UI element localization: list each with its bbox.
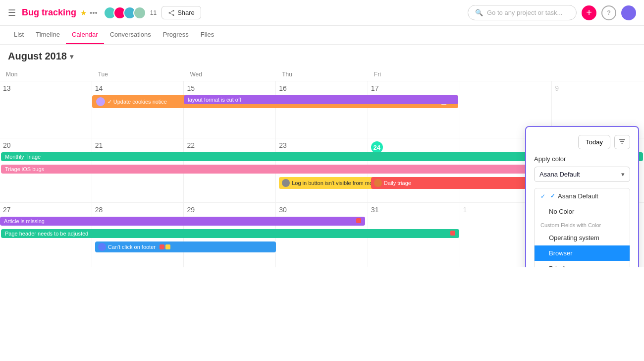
dropdown-arrow-icon: ▾ [621, 171, 625, 178]
day-number: 14 [95, 84, 181, 92]
option-label: Operating system [549, 234, 599, 241]
month-year-label: August 2018 [8, 51, 67, 62]
day-header-tue: Tue [92, 68, 184, 81]
help-button[interactable]: ? [601, 5, 616, 20]
event-label: ✓ Update cookies notice [107, 99, 167, 105]
month-title[interactable]: August 2018 ▾ [8, 51, 73, 62]
event-cant-click-footer[interactable]: Can't click on footer [95, 241, 276, 252]
event-label: Can't click on footer [108, 244, 156, 250]
day-header-mon: Mon [0, 68, 92, 81]
event-label: Log in button isn't visible from mobile [292, 180, 381, 186]
search-placeholder: Go to any project or task... [487, 9, 562, 16]
today-button[interactable]: Today [578, 135, 610, 149]
hamburger-icon[interactable]: ☰ [8, 7, 16, 18]
tab-conversations[interactable]: Conversations [104, 26, 157, 44]
dropdown-item-asana-default[interactable]: ✓ Asana Default [535, 188, 630, 204]
event-page-header[interactable]: Page header needs to be adjusted [1, 229, 459, 238]
svg-rect-5 [619, 139, 625, 140]
day-header-sun [552, 68, 644, 81]
share-button[interactable]: Share [161, 6, 201, 19]
share-icon [168, 9, 175, 16]
day-number: 30 [279, 206, 365, 214]
dropdown-item-browser[interactable]: Browser [535, 245, 630, 261]
color-dropdown-list: ✓ Asana Default No Color Custom Fields w… [534, 188, 630, 267]
more-icon[interactable]: ••• [90, 8, 98, 17]
chevron-down-icon: ▾ [70, 53, 73, 60]
day-headers: Mon Tue Wed Thu Fri [0, 68, 644, 81]
day-number: 21 [95, 141, 181, 149]
add-button[interactable]: + [582, 5, 596, 20]
day-number: 29 [187, 206, 272, 214]
check-icon: ✓ [550, 193, 555, 199]
day-number: 28 [95, 206, 181, 214]
day-number: 13 [3, 84, 89, 92]
event-triage-ios[interactable]: Triage iOS bugs [1, 165, 551, 174]
svg-line-4 [169, 13, 173, 15]
tab-list[interactable]: List [8, 26, 30, 44]
svg-line-3 [169, 10, 173, 13]
avatar [133, 6, 146, 19]
day-header-wed: Wed [184, 68, 276, 81]
tab-calendar[interactable]: Calendar [66, 26, 104, 44]
option-label: Asana Default [558, 192, 598, 200]
option-label: No Color [549, 208, 574, 215]
star-icon[interactable]: ★ [80, 8, 87, 17]
svg-rect-6 [620, 141, 624, 142]
app-header: ☰ Bug tracking ★ ••• 11 Share 🔍 Go to an… [0, 0, 644, 26]
panel-top-bar: Today [534, 135, 630, 149]
day-number: 20 [3, 141, 89, 149]
nav-tabs: List Timeline Calendar Conversations Pro… [0, 26, 644, 45]
filter-button[interactable] [614, 135, 630, 149]
day-number: 9 [555, 84, 641, 92]
option-label: Browser [549, 249, 573, 257]
tab-files[interactable]: Files [195, 26, 220, 44]
day-number: 15 [187, 84, 272, 92]
event-label: Daily triage [384, 180, 411, 186]
day-number: 17 [371, 84, 457, 92]
color-select-wrapper: Asana Default ▾ [534, 167, 630, 182]
filter-icon [619, 138, 626, 145]
day-number: 22 [187, 141, 272, 149]
color-select-display[interactable]: Asana Default ▾ [534, 167, 630, 182]
option-label: Priority [549, 265, 569, 267]
day-17[interactable]: 17 [368, 81, 460, 138]
avatar-group [104, 6, 146, 19]
day-15[interactable]: 15 layout format is cut off [184, 81, 276, 138]
day-number: 27 [3, 206, 89, 214]
dropdown-section-custom-fields: Custom Fields with Color [535, 219, 630, 230]
event-label: Page header needs to be adjusted [5, 231, 88, 237]
share-label: Share [177, 9, 195, 16]
day-14[interactable]: 14 ✓ Update cookies notice [92, 81, 184, 138]
user-avatar[interactable] [621, 5, 636, 20]
event-article-missing[interactable]: Article is missing [0, 217, 365, 226]
event-daily-triage[interactable]: Daily triage [371, 177, 551, 189]
search-icon: 🔍 [475, 9, 483, 16]
day-13[interactable]: 13 [0, 81, 92, 138]
member-count: 11 [150, 9, 157, 16]
day-number-today: 24 [371, 141, 383, 153]
day-16[interactable]: 16 [276, 81, 368, 138]
dropdown-item-priority[interactable]: Priority [535, 261, 630, 267]
event-label: Article is missing [4, 218, 45, 224]
day-header-sat [460, 68, 552, 81]
event-layout-format[interactable]: layout format is cut off [184, 95, 458, 104]
header-right: 🔍 Go to any project or task... + ? [468, 5, 636, 20]
day-header-thu: Thu [276, 68, 368, 81]
tab-progress[interactable]: Progress [157, 26, 195, 44]
search-bar[interactable]: 🔍 Go to any project or task... [468, 5, 577, 20]
project-title: Bug tracking [22, 7, 76, 18]
calendar-body: 13 14 ✓ Update cookies notice 15 layout … [0, 81, 644, 267]
dropdown-item-operating-system[interactable]: Operating system [535, 230, 630, 245]
day-header-fri: Fri [368, 68, 460, 81]
selected-color-option: Asana Default [539, 171, 580, 178]
color-settings-panel: Today Apply color Asana Default ▾ ✓ Asan… [525, 126, 639, 267]
tab-timeline[interactable]: Timeline [30, 26, 66, 44]
day-number: 31 [371, 206, 457, 214]
dropdown-item-no-color[interactable]: No Color [535, 204, 630, 219]
apply-color-label: Apply color [534, 155, 630, 163]
day-number: 23 [279, 141, 365, 149]
svg-rect-7 [621, 143, 623, 144]
day-number: 16 [279, 84, 365, 92]
calendar-header: August 2018 ▾ [0, 45, 644, 68]
